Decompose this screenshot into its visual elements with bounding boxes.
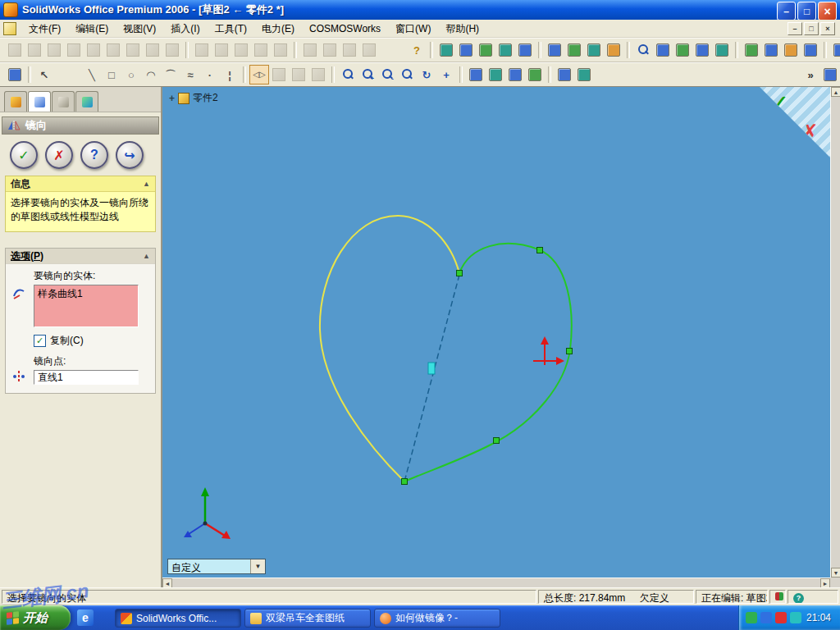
toolbar-button[interactable] <box>308 65 328 84</box>
toolbar-button[interactable] <box>84 40 103 60</box>
control-point[interactable] <box>537 248 543 253</box>
tray-icon-blue[interactable] <box>760 612 772 623</box>
collapse-arrow-icon[interactable]: ▲ <box>143 180 150 188</box>
toolbar-button[interactable] <box>338 65 358 84</box>
toolbar-button[interactable] <box>456 40 476 60</box>
toolbar-button[interactable] <box>271 40 290 60</box>
toolbar-button[interactable] <box>505 65 525 84</box>
toolbar-button[interactable]: ≈ <box>180 65 200 84</box>
toolbar-button[interactable]: ○ <box>121 65 141 84</box>
toolbar-button[interactable]: ⌒ <box>161 65 180 84</box>
toolbar-button[interactable] <box>5 40 25 60</box>
toolbar-button[interactable] <box>801 40 820 60</box>
taskbar-task-folder[interactable]: 双梁吊车全套图纸 <box>244 609 371 628</box>
quick-tips-icon[interactable]: ? <box>793 593 804 604</box>
toolbar-button[interactable] <box>574 65 594 84</box>
toolbar-button[interactable] <box>633 40 653 60</box>
toolbar-button[interactable] <box>359 40 379 60</box>
mirror-tool-button[interactable]: ◁▷ <box>249 65 269 84</box>
toolbar-button[interactable]: ↖ <box>34 65 54 84</box>
chevron-down-icon[interactable]: ▼ <box>250 559 265 573</box>
menu-insert[interactable]: 插入(I) <box>163 20 207 38</box>
taskbar-task-browser[interactable]: 如何做镜像？- <box>374 609 500 628</box>
graphics-area[interactable]: + 零件2 ✓ ✗ 自定义 ▼ ◄ ► ▲ ▼ <box>162 87 840 587</box>
keep-visible-button[interactable]: ↪ <box>116 141 144 169</box>
toolbar-button[interactable]: □ <box>102 65 121 84</box>
toolbar-button[interactable] <box>515 40 535 60</box>
tab-propertymanager[interactable] <box>28 91 51 112</box>
toolbar-button[interactable] <box>397 65 417 84</box>
heart-left-spline[interactable] <box>320 216 459 482</box>
entities-to-mirror-listbox[interactable]: 样条曲线1 <box>34 285 139 327</box>
menu-tools[interactable]: 工具(T) <box>208 20 254 38</box>
toolbar-button[interactable]: » <box>801 65 820 84</box>
toolbar-button[interactable]: - <box>377 65 397 84</box>
toolbar-button[interactable]: ¦ <box>220 65 240 84</box>
control-point[interactable] <box>494 438 500 444</box>
toolbar-button[interactable] <box>495 40 515 60</box>
feature-tree-root[interactable]: + 零件2 <box>169 91 218 105</box>
tray-icon-teal[interactable] <box>790 612 801 623</box>
toolbar-button[interactable] <box>44 40 64 60</box>
toolbar-button[interactable] <box>103 40 123 60</box>
toolbar-button[interactable] <box>5 65 25 84</box>
toolbar-button[interactable] <box>269 65 289 84</box>
menu-power[interactable]: 电力(E) <box>254 20 302 38</box>
scroll-down-icon[interactable]: ▼ <box>831 568 840 578</box>
collapse-arrow-icon[interactable]: ▲ <box>143 252 150 260</box>
tab-configurationmanager[interactable] <box>52 91 75 112</box>
control-point[interactable] <box>567 349 573 354</box>
toolbar-button[interactable] <box>564 40 584 60</box>
highlighted-mirror-point[interactable] <box>428 363 435 374</box>
toolbar-button[interactable] <box>320 40 340 60</box>
toolbar-button[interactable] <box>742 40 761 60</box>
copy-checkbox[interactable]: ✓ <box>34 335 46 347</box>
toolbar-button[interactable]: + <box>358 65 377 84</box>
taskbar-task-solidworks[interactable]: SolidWorks Offic... <box>115 609 241 628</box>
scroll-left-icon[interactable]: ◄ <box>162 578 172 587</box>
toolbar-button[interactable] <box>712 40 732 60</box>
toolbar-button[interactable] <box>289 65 308 84</box>
appearance-dropdown[interactable]: 自定义 ▼ <box>167 559 266 574</box>
toolbar-button[interactable] <box>231 40 251 60</box>
toolbar-button[interactable] <box>525 65 545 84</box>
toolbar-button[interactable] <box>143 40 162 60</box>
toolbar-button[interactable] <box>123 40 143 60</box>
toolbar-button[interactable] <box>692 40 712 60</box>
tray-icon-red[interactable] <box>775 612 787 623</box>
child-restore-button[interactable]: □ <box>804 22 819 35</box>
toolbar-button[interactable] <box>761 40 781 60</box>
toolbar-button[interactable] <box>64 40 84 60</box>
tab-featuremanager[interactable] <box>4 91 27 112</box>
tab-third-party[interactable] <box>75 91 98 112</box>
sketch-viewport[interactable] <box>162 87 830 578</box>
child-close-button[interactable]: × <box>820 22 835 35</box>
menu-file[interactable]: 文件(F) <box>21 20 68 38</box>
toolbar-button[interactable] <box>604 40 623 60</box>
ok-button[interactable]: ✓ <box>10 141 38 169</box>
restore-button[interactable]: □ <box>797 2 816 21</box>
internet-explorer-icon[interactable]: e <box>77 609 94 626</box>
toolbar-button[interactable]: ? <box>407 40 427 60</box>
toolbar-button[interactable] <box>466 65 486 84</box>
selected-entity-item[interactable]: 样条曲线1 <box>38 287 135 301</box>
toolbar-button[interactable] <box>781 40 801 60</box>
horizontal-scrollbar[interactable]: ◄ ► <box>162 578 830 587</box>
toolbar-button[interactable] <box>436 40 456 60</box>
start-button[interactable]: 开始 <box>0 605 71 630</box>
mirror-centerline[interactable] <box>404 275 459 482</box>
tray-icon-green[interactable] <box>746 612 757 623</box>
vertical-scrollbar[interactable]: ▲ ▼ <box>830 87 840 578</box>
toolbar-button[interactable] <box>830 40 840 60</box>
toolbar-button[interactable] <box>300 40 320 60</box>
toolbar-button[interactable] <box>653 40 673 60</box>
scroll-right-icon[interactable]: ► <box>820 578 830 587</box>
close-button[interactable]: × <box>818 2 837 21</box>
toolbar-button[interactable] <box>584 40 604 60</box>
toolbar-button[interactable] <box>673 40 692 60</box>
menu-edit[interactable]: 编辑(E) <box>68 20 116 38</box>
toolbar-button[interactable] <box>820 65 840 84</box>
menu-window[interactable]: 窗口(W) <box>388 20 438 38</box>
toolbar-button[interactable]: · <box>200 65 220 84</box>
toolbar-button[interactable]: + <box>436 65 456 84</box>
